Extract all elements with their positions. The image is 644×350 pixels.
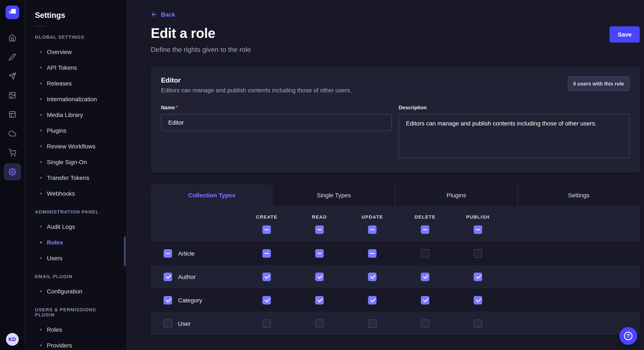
article-publish-checkbox[interactable] <box>474 249 482 257</box>
sidebar-item-label: Single Sign-On <box>47 159 87 165</box>
category-create-checkbox[interactable] <box>262 296 271 304</box>
article-update-checkbox[interactable] <box>368 249 376 257</box>
bullet-icon <box>40 177 42 178</box>
user-row-checkbox[interactable] <box>164 319 172 328</box>
sidebar-item-single-sign-on[interactable]: Single Sign-On <box>25 154 126 170</box>
sidebar-item-releases[interactable]: Releases <box>25 75 126 91</box>
column-label-read: Read <box>312 214 327 219</box>
author-publish-checkbox[interactable] <box>474 272 482 281</box>
section-label-email-plugin: EMAIL PLUGIN <box>25 266 126 283</box>
users-count-badge[interactable]: 0 users with this role <box>568 77 630 91</box>
bullet-icon <box>40 161 42 163</box>
author-update-checkbox[interactable] <box>368 272 376 281</box>
cell-article-publish <box>452 249 504 257</box>
column-label-update: Update <box>362 214 383 219</box>
bullet-icon <box>40 67 42 68</box>
home-icon[interactable] <box>4 29 21 46</box>
column-publish: Publish <box>452 214 504 234</box>
sidebar-item-review-workflows[interactable]: Review Workflows <box>25 138 126 154</box>
content-type-builder-icon[interactable] <box>4 106 21 123</box>
subnav-title: Settings <box>25 11 126 20</box>
cloud-icon[interactable] <box>4 125 21 142</box>
releases-icon[interactable] <box>4 68 21 85</box>
article-row-checkbox[interactable] <box>164 249 172 257</box>
help-button[interactable]: ? <box>619 327 637 345</box>
sidebar-item-label: Internationalization <box>47 95 97 102</box>
category-update-checkbox[interactable] <box>368 296 376 304</box>
user-read-checkbox[interactable] <box>315 319 324 328</box>
back-link[interactable]: Back <box>151 11 175 18</box>
category-read-checkbox[interactable] <box>315 296 324 304</box>
author-delete-checkbox[interactable] <box>421 272 429 281</box>
cell-article-update <box>346 249 399 257</box>
media-library-icon[interactable] <box>4 87 21 104</box>
sidebar-item-users[interactable]: Users <box>25 250 126 266</box>
row-label-category: Category <box>151 296 240 304</box>
sidebar-item-webhooks[interactable]: Webhooks <box>25 185 126 201</box>
sidebar-item-overview[interactable]: Overview <box>25 44 126 59</box>
tab-collection-types[interactable]: Collection Types <box>151 184 273 206</box>
save-button[interactable]: Save <box>610 26 640 42</box>
user-delete-checkbox[interactable] <box>421 319 429 328</box>
select-all-delete-checkbox[interactable] <box>421 225 429 234</box>
bullet-icon <box>40 257 42 259</box>
sidebar-item-api-tokens[interactable]: API Tokens <box>25 59 126 75</box>
permission-row-user: User <box>151 312 640 335</box>
bullet-icon <box>40 192 42 194</box>
content-type-name: Author <box>178 273 196 280</box>
tab-plugins[interactable]: Plugins <box>395 184 518 206</box>
permissions-section: Collection TypesSingle TypesPluginsSetti… <box>151 184 640 335</box>
avatar[interactable]: KD <box>6 333 18 346</box>
sidebar-item-audit-logs[interactable]: Audit Logs <box>25 219 126 234</box>
article-delete-checkbox[interactable] <box>421 249 429 257</box>
author-read-checkbox[interactable] <box>315 272 324 281</box>
settings-icon[interactable] <box>4 163 21 180</box>
description-input[interactable]: Editors can manage and publish contents … <box>399 114 630 158</box>
strapi-logo[interactable] <box>5 5 19 19</box>
sidebar-item-label: API Tokens <box>47 64 77 71</box>
sidebar-item-label: Media Library <box>47 111 83 118</box>
user-update-checkbox[interactable] <box>368 319 376 328</box>
content-type-name: Category <box>178 297 202 303</box>
sidebar-item-providers[interactable]: Providers <box>25 337 126 350</box>
select-all-read-checkbox[interactable] <box>315 225 324 234</box>
name-input[interactable] <box>161 114 392 131</box>
permissions-table-header: CreateReadUpdateDeletePublish <box>151 206 640 242</box>
user-publish-checkbox[interactable] <box>474 319 482 328</box>
sidebar-item-roles[interactable]: Roles <box>25 234 126 250</box>
scrollbar-thumb[interactable] <box>124 236 126 266</box>
permissions-tabs: Collection TypesSingle TypesPluginsSetti… <box>151 184 640 206</box>
sidebar-item-plugins[interactable]: Plugins <box>25 123 126 138</box>
select-all-publish-checkbox[interactable] <box>474 225 482 234</box>
sidebar-item-label: Plugins <box>47 127 66 134</box>
sidebar-item-transfer-tokens[interactable]: Transfer Tokens <box>25 170 126 185</box>
description-label: Description <box>399 105 630 111</box>
permissions-table: CreateReadUpdateDeletePublishArticleAuth… <box>151 206 640 335</box>
category-delete-checkbox[interactable] <box>421 296 429 304</box>
sidebar-item-label: Review Workflows <box>47 143 96 150</box>
content-manager-icon[interactable] <box>4 48 21 65</box>
question-mark-icon: ? <box>624 332 632 340</box>
bullet-icon <box>40 344 42 346</box>
tab-single-types[interactable]: Single Types <box>273 184 395 206</box>
cell-user-create <box>240 319 293 328</box>
category-row-checkbox[interactable] <box>164 296 172 304</box>
tab-settings[interactable]: Settings <box>518 184 640 206</box>
user-create-checkbox[interactable] <box>262 319 271 328</box>
sidebar-item-internationalization[interactable]: Internationalization <box>25 91 126 107</box>
page-title: Edit a role <box>151 25 215 41</box>
column-label-publish: Publish <box>466 214 490 219</box>
article-read-checkbox[interactable] <box>315 249 324 257</box>
sidebar-item-media-library[interactable]: Media Library <box>25 107 126 123</box>
sidebar-item-configuration[interactable]: Configuration <box>25 283 126 299</box>
section-label-users-permissions-plugin: USERS & PERMISSIONS PLUGIN <box>25 299 126 322</box>
marketplace-icon[interactable] <box>4 144 21 161</box>
article-create-checkbox[interactable] <box>262 249 271 257</box>
category-publish-checkbox[interactable] <box>474 296 482 304</box>
sidebar-item-roles[interactable]: Roles <box>25 322 126 337</box>
cell-user-publish <box>452 319 504 328</box>
select-all-update-checkbox[interactable] <box>368 225 376 234</box>
author-row-checkbox[interactable] <box>164 272 172 281</box>
select-all-create-checkbox[interactable] <box>262 225 271 234</box>
author-create-checkbox[interactable] <box>262 272 271 281</box>
